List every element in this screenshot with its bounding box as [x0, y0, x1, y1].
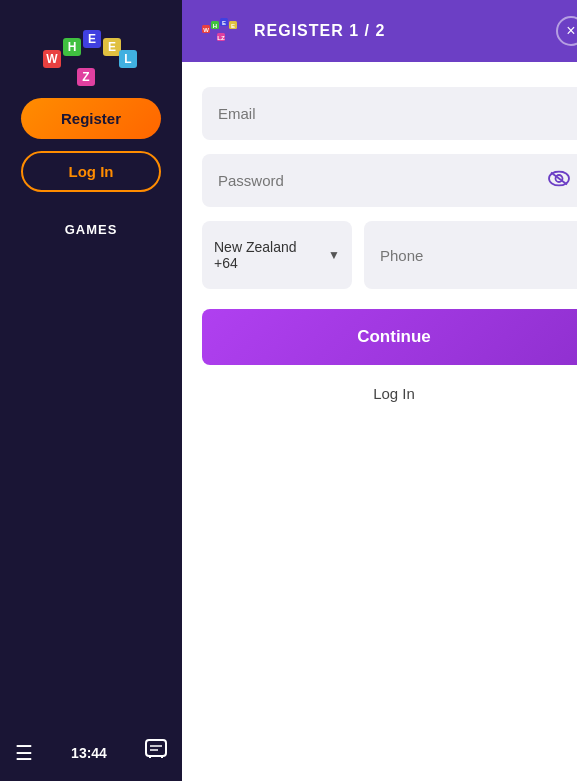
svg-text:W: W [203, 27, 209, 33]
games-label: GAMES [65, 222, 118, 237]
sidebar: W H E E L Z Register Log In GAMES ☰ 13:4… [0, 0, 182, 781]
eye-icon[interactable] [548, 170, 570, 191]
sidebar-logo: W H E E L Z [41, 20, 141, 90]
registration-header: W H E E LZ REGISTER 1 / 2 × [182, 0, 577, 62]
main-content: W H E E LZ REGISTER 1 / 2 × [182, 0, 577, 781]
svg-text:H: H [68, 40, 77, 54]
continue-button[interactable]: Continue [202, 309, 577, 365]
country-value: New Zealand +64 [214, 239, 320, 271]
sidebar-bottom-bar: ☰ 13:44 [0, 739, 182, 766]
svg-text:E: E [108, 40, 116, 54]
chat-icon[interactable] [145, 739, 167, 766]
password-input[interactable] [202, 154, 577, 207]
close-button[interactable]: × [556, 16, 577, 46]
header-logo: W H E E LZ [202, 17, 242, 45]
svg-text:H: H [213, 23, 217, 29]
svg-text:W: W [46, 52, 58, 66]
hamburger-icon[interactable]: ☰ [15, 741, 33, 765]
chevron-down-icon: ▼ [328, 248, 340, 262]
svg-text:E: E [231, 23, 235, 29]
svg-text:Z: Z [82, 70, 89, 84]
login-button[interactable]: Log In [21, 151, 161, 192]
password-wrapper [202, 154, 577, 207]
svg-text:L: L [124, 52, 131, 66]
login-link[interactable]: Log In [202, 385, 577, 402]
email-input[interactable] [202, 87, 577, 140]
country-selector[interactable]: New Zealand +64 ▼ [202, 221, 352, 289]
registration-form: New Zealand +64 ▼ Continue Log In [182, 62, 577, 781]
register-button[interactable]: Register [21, 98, 161, 139]
phone-row: New Zealand +64 ▼ [202, 221, 577, 289]
time-display: 13:44 [71, 745, 107, 761]
svg-text:E: E [222, 20, 226, 26]
svg-text:E: E [88, 32, 96, 46]
header-title: REGISTER 1 / 2 [254, 22, 385, 40]
svg-text:LZ: LZ [217, 35, 225, 41]
header-left: W H E E LZ REGISTER 1 / 2 [202, 17, 385, 45]
svg-rect-12 [146, 740, 166, 756]
phone-input[interactable] [364, 221, 577, 289]
